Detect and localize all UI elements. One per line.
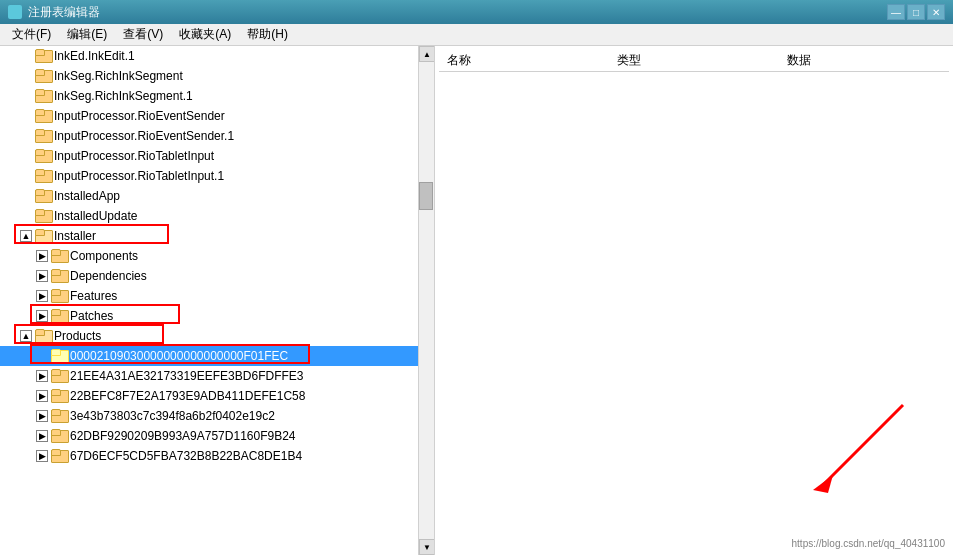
folder-icon xyxy=(35,189,51,203)
maximize-button[interactable]: □ xyxy=(907,4,925,20)
tree-item-products[interactable]: ▲ Products xyxy=(0,326,434,346)
scrollbar-down-arrow[interactable]: ▼ xyxy=(419,539,435,555)
tree-item-inked[interactable]: InkEd.InkEdit.1 xyxy=(0,46,434,66)
tree-item-prod1[interactable]: 00002109030000000000000000F01FEC xyxy=(0,346,434,366)
tree-item-inputproc4[interactable]: InputProcessor.RioTabletInput.1 xyxy=(0,166,434,186)
folder-icon xyxy=(51,289,67,303)
folder-icon xyxy=(35,149,51,163)
folder-icon xyxy=(51,349,67,363)
folder-icon xyxy=(35,169,51,183)
tree-item-inputproc2[interactable]: InputProcessor.RioEventSender.1 xyxy=(0,126,434,146)
menu-file[interactable]: 文件(F) xyxy=(4,24,59,45)
svg-line-0 xyxy=(823,405,903,485)
folder-icon xyxy=(51,429,67,443)
tree-item-prod3[interactable]: ▶ 22BEFC8F7E2A1793E9ADB411DEFE1C58 xyxy=(0,386,434,406)
folder-icon xyxy=(35,109,51,123)
main-content: InkEd.InkEdit.1 InkSeg.RichInkSegment In… xyxy=(0,46,953,555)
folder-icon-open xyxy=(35,229,51,243)
tree-item-inputproc3[interactable]: InputProcessor.RioTabletInput xyxy=(0,146,434,166)
tree-item-installer[interactable]: ▲ Installer xyxy=(0,226,434,246)
title-bar: 注册表编辑器 — □ ✕ xyxy=(0,0,953,24)
folder-icon xyxy=(51,449,67,463)
tree-panel: InkEd.InkEdit.1 InkSeg.RichInkSegment In… xyxy=(0,46,435,555)
scrollbar-track[interactable]: ▲ ▼ xyxy=(418,46,434,555)
tree-item-prod4[interactable]: ▶ 3e43b73803c7c394f8a6b2f0402e19c2 xyxy=(0,406,434,426)
menu-favorites[interactable]: 收藏夹(A) xyxy=(171,24,239,45)
folder-icon xyxy=(51,269,67,283)
scrollbar-thumb[interactable] xyxy=(419,182,433,210)
title-bar-title: 注册表编辑器 xyxy=(28,4,100,21)
close-button[interactable]: ✕ xyxy=(927,4,945,20)
folder-icon xyxy=(51,369,67,383)
col-name: 名称 xyxy=(439,50,609,72)
tree-item-patches[interactable]: ▶ Patches xyxy=(0,306,434,326)
arrow-annotation xyxy=(803,385,923,505)
tree-item-dependencies[interactable]: ▶ Dependencies xyxy=(0,266,434,286)
svg-marker-1 xyxy=(813,475,833,493)
title-bar-icon xyxy=(8,5,22,19)
tree-item-features[interactable]: ▶ Features xyxy=(0,286,434,306)
folder-icon xyxy=(51,249,67,263)
tree-item-prod6[interactable]: ▶ 67D6ECF5CD5FBA732B8B22BAC8DE1B4 xyxy=(0,446,434,466)
tree-item-prod2[interactable]: ▶ 21EE4A31AE32173319EEFE3BD6FDFFE3 xyxy=(0,366,434,386)
right-panel: 名称 类型 数据 https://blog.csdn.net/qq_404311… xyxy=(435,46,953,555)
menu-view[interactable]: 查看(V) xyxy=(115,24,171,45)
tree-item-inputproc1[interactable]: InputProcessor.RioEventSender xyxy=(0,106,434,126)
title-controls: — □ ✕ xyxy=(887,4,945,20)
folder-icon xyxy=(51,389,67,403)
tree-item-inkseg[interactable]: InkSeg.RichInkSegment xyxy=(0,66,434,86)
menu-bar: 文件(F) 编辑(E) 查看(V) 收藏夹(A) 帮助(H) xyxy=(0,24,953,46)
folder-icon xyxy=(35,209,51,223)
folder-icon xyxy=(51,309,67,323)
col-data: 数据 xyxy=(779,50,949,72)
folder-icon xyxy=(35,129,51,143)
minimize-button[interactable]: — xyxy=(887,4,905,20)
menu-help[interactable]: 帮助(H) xyxy=(239,24,296,45)
tree-item-installedupdate[interactable]: InstalledUpdate xyxy=(0,206,434,226)
watermark: https://blog.csdn.net/qq_40431100 xyxy=(792,538,945,549)
menu-edit[interactable]: 编辑(E) xyxy=(59,24,115,45)
folder-icon xyxy=(35,49,51,63)
folder-icon xyxy=(35,69,51,83)
tree-item-inkseg1[interactable]: InkSeg.RichInkSegment.1 xyxy=(0,86,434,106)
registry-table: 名称 类型 数据 xyxy=(439,50,949,72)
tree-item-prod5[interactable]: ▶ 62DBF9290209B993A9A757D1160F9B24 xyxy=(0,426,434,446)
folder-icon xyxy=(35,89,51,103)
scrollbar-up-arrow[interactable]: ▲ xyxy=(419,46,435,62)
folder-icon xyxy=(51,409,67,423)
tree-item-components[interactable]: ▶ Components xyxy=(0,246,434,266)
tree-content[interactable]: InkEd.InkEdit.1 InkSeg.RichInkSegment In… xyxy=(0,46,434,555)
folder-icon-open xyxy=(35,329,51,343)
col-type: 类型 xyxy=(609,50,779,72)
tree-item-installedapp[interactable]: InstalledApp xyxy=(0,186,434,206)
